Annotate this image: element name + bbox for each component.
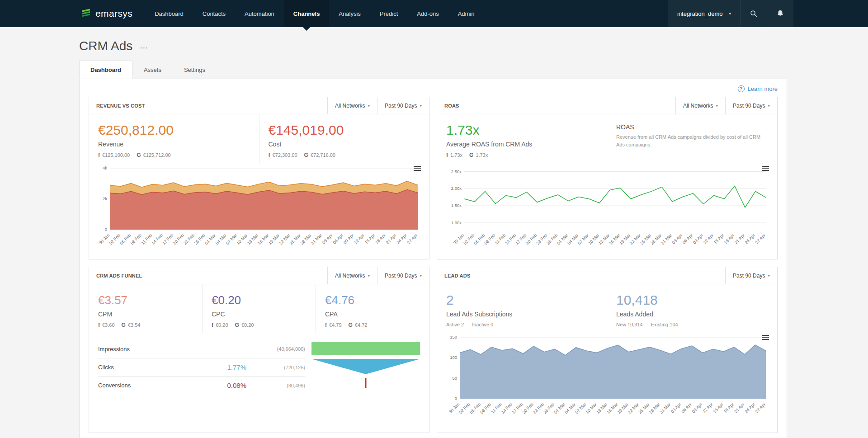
account-menu[interactable]: integration_demo ▾ <box>668 0 740 27</box>
google-icon: G <box>122 322 126 328</box>
svg-text:04 Mar: 04 Mar <box>564 402 577 415</box>
network-filter-dropdown[interactable]: All Networks ▾ <box>675 97 725 114</box>
svg-text:23 Feb: 23 Feb <box>532 402 545 415</box>
svg-text:05 Feb: 05 Feb <box>119 233 132 246</box>
svg-text:10 Mar: 10 Mar <box>236 233 249 246</box>
svg-text:19 Mar: 19 Mar <box>618 233 632 246</box>
svg-text:01 Mar: 01 Mar <box>204 233 217 246</box>
google-icon: G <box>349 322 353 328</box>
svg-text:30 Jan: 30 Jan <box>448 402 460 414</box>
svg-text:17 Feb: 17 Feb <box>511 402 524 415</box>
brand-logo[interactable]: emarsys <box>80 0 132 27</box>
svg-text:06 Apr: 06 Apr <box>681 233 693 245</box>
svg-text:09 Apr: 09 Apr <box>692 233 704 245</box>
chevron-down-icon: ▾ <box>768 104 770 108</box>
search-button[interactable] <box>740 0 767 27</box>
svg-text:07 Mar: 07 Mar <box>574 402 587 415</box>
svg-text:02 Feb: 02 Feb <box>108 233 121 246</box>
chevron-down-icon: ▾ <box>420 104 422 108</box>
roas-metric: 1.73x Average ROAS from CRM Ads f 1.73x … <box>437 114 607 164</box>
cpc-value: €0.20 <box>212 292 307 308</box>
date-filter-dropdown[interactable]: Past 90 Days ▾ <box>377 267 429 284</box>
svg-text:24 Apr: 24 Apr <box>744 233 756 245</box>
svg-text:20 Feb: 20 Feb <box>172 233 185 246</box>
chevron-down-icon: ▾ <box>768 273 770 278</box>
network-filter-dropdown[interactable]: All Networks ▾ <box>327 97 377 114</box>
svg-text:31 Mar: 31 Mar <box>659 402 672 415</box>
roas-chart: 1.00x1.50x2.00x2.50x30 Jan02 Feb05 Feb08… <box>444 164 770 256</box>
svg-text:10 Mar: 10 Mar <box>587 233 600 246</box>
roas-value: 1.73x <box>446 122 598 138</box>
svg-text:27 Apr: 27 Apr <box>754 402 766 414</box>
google-icon: G <box>235 322 239 328</box>
svg-text:01 Mar: 01 Mar <box>553 402 566 415</box>
chart-context-menu-button[interactable] <box>762 165 769 172</box>
date-filter-dropdown[interactable]: Past 90 Days ▾ <box>377 97 429 114</box>
svg-text:13 Mar: 13 Mar <box>595 402 609 415</box>
google-icon: G <box>137 152 141 158</box>
main-menu: Dashboard Contacts Automation Channels A… <box>145 0 484 27</box>
page-options-button[interactable]: ⋯ <box>140 40 149 52</box>
tab-assets[interactable]: Assets <box>132 61 173 79</box>
network-filter-dropdown[interactable]: All Networks ▾ <box>327 267 377 284</box>
leads-added-value: 10,418 <box>616 292 768 308</box>
date-filter-dropdown[interactable]: Past 90 Days ▾ <box>725 267 777 284</box>
panel-title: CRM ADS FUNNEL <box>89 273 142 278</box>
top-nav: emarsys Dashboard Contacts Automation Ch… <box>0 0 868 27</box>
svg-text:21 Apr: 21 Apr <box>385 233 397 245</box>
facebook-icon: f <box>446 152 448 158</box>
chevron-down-icon: ▾ <box>420 273 422 278</box>
nav-item-analysis[interactable]: Analysis <box>329 0 370 27</box>
svg-text:03 Apr: 03 Apr <box>671 233 683 245</box>
nav-item-admin[interactable]: Admin <box>448 0 484 27</box>
chart-context-menu-button[interactable] <box>762 334 769 341</box>
svg-text:17 Feb: 17 Feb <box>514 233 528 246</box>
svg-text:150: 150 <box>450 334 457 339</box>
svg-text:08 Feb: 08 Feb <box>479 402 492 415</box>
bell-icon <box>776 9 784 18</box>
svg-text:30 Jan: 30 Jan <box>98 233 110 245</box>
svg-text:2.00x: 2.00x <box>451 186 462 191</box>
svg-text:05 Feb: 05 Feb <box>473 233 486 246</box>
nav-item-dashboard[interactable]: Dashboard <box>145 0 193 27</box>
notifications-button[interactable] <box>767 0 793 27</box>
learn-more-link[interactable]: Learn more <box>748 85 778 92</box>
nav-right-cluster: integration_demo ▾ <box>668 0 793 27</box>
svg-text:27 Apr: 27 Apr <box>406 233 418 245</box>
facebook-icon: f <box>98 322 100 328</box>
svg-text:26 Feb: 26 Feb <box>542 402 556 415</box>
svg-text:06 Apr: 06 Apr <box>332 233 344 245</box>
nav-item-channels[interactable]: Channels <box>284 0 330 27</box>
date-filter-dropdown[interactable]: Past 90 Days ▾ <box>725 97 777 114</box>
cpa-metric: €4.76 CPA f €4.79 G €4.72 <box>316 284 429 334</box>
roas-description: ROAS Revenue from all CRM Ads campaigns … <box>607 114 777 164</box>
nav-item-predict[interactable]: Predict <box>370 0 407 27</box>
panel-title: ROAS <box>437 103 459 108</box>
svg-text:18 Apr: 18 Apr <box>374 233 387 245</box>
facebook-icon: f <box>269 152 270 158</box>
chevron-down-icon: ▾ <box>716 104 718 108</box>
panel-revenue-vs-cost: REVENUE VS COST All Networks ▾ Past 90 D… <box>89 97 429 259</box>
tab-settings[interactable]: Settings <box>173 61 217 79</box>
svg-text:23 Feb: 23 Feb <box>183 233 196 246</box>
svg-text:02 Feb: 02 Feb <box>462 233 476 246</box>
nav-item-contacts[interactable]: Contacts <box>193 0 235 27</box>
funnel-row-impressions: Impressions (40,664,000) <box>98 340 305 358</box>
nav-item-automation[interactable]: Automation <box>235 0 284 27</box>
svg-text:12 Apr: 12 Apr <box>353 233 365 245</box>
google-icon: G <box>304 152 308 158</box>
svg-text:25 Mar: 25 Mar <box>288 233 302 246</box>
panel-roas: ROAS All Networks ▾ Past 90 Days ▾ <box>437 97 778 259</box>
svg-text:13 Mar: 13 Mar <box>246 233 259 246</box>
cost-value: €145,019.00 <box>269 122 420 138</box>
help-icon: ? <box>738 85 745 92</box>
chart-context-menu-button[interactable] <box>414 165 421 172</box>
nav-item-addons[interactable]: Add-ons <box>407 0 448 27</box>
svg-text:20 Feb: 20 Feb <box>521 402 534 415</box>
svg-text:05 Feb: 05 Feb <box>468 402 481 415</box>
svg-text:28 Mar: 28 Mar <box>299 233 312 246</box>
svg-text:02 Feb: 02 Feb <box>458 402 471 415</box>
tab-dashboard[interactable]: Dashboard <box>79 61 132 79</box>
tab-bar: Dashboard Assets Settings <box>79 61 787 79</box>
panel-crm-ads-funnel: CRM ADS FUNNEL All Networks ▾ Past 90 Da… <box>89 267 429 433</box>
